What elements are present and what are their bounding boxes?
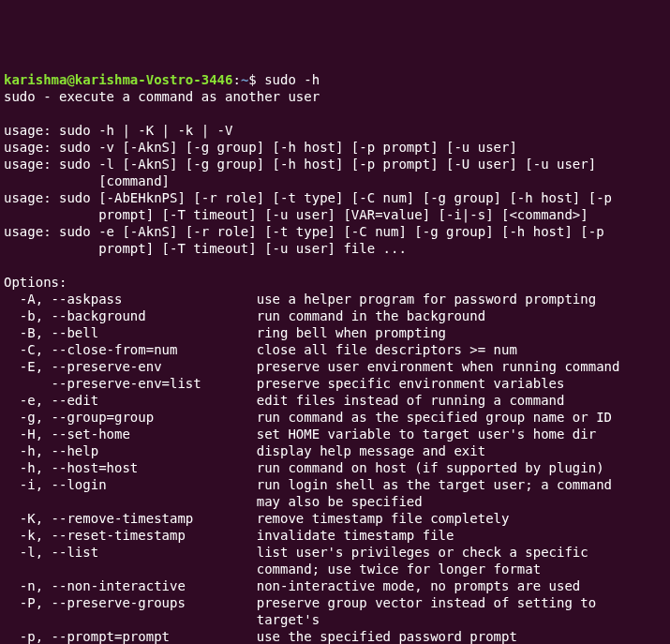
usage-line: usage: sudo -h | -K | -k | -V: [4, 123, 232, 138]
option-row: -b, --background run command in the back…: [4, 308, 485, 323]
prompt-colon: :: [232, 72, 240, 87]
option-row: -A, --askpass use a helper program for p…: [4, 292, 596, 307]
option-row: -B, --bell ring bell when prompting: [4, 325, 446, 340]
usage-line-cont: prompt] [-T timeout] [-u user] file ...: [4, 241, 407, 256]
usage-line-cont: [command]: [4, 173, 170, 188]
option-row: -e, --edit edit files instead of running…: [4, 393, 564, 408]
option-row: -i, --login run login shell as the targe…: [4, 477, 612, 492]
option-row-cont: may also be specified: [4, 494, 423, 509]
option-row: -h, --host=host run command on host (if …: [4, 460, 604, 475]
option-row: -E, --preserve-env preserve user environ…: [4, 359, 619, 374]
prompt-user-host: karishma@karishma-Vostro-3446: [4, 72, 232, 87]
option-row: -H, --set-home set HOME variable to targ…: [4, 427, 596, 442]
option-row: -P, --preserve-groups preserve group vec…: [4, 595, 596, 610]
option-row: -C, --close-from=num close all file desc…: [4, 342, 517, 357]
option-row-cont: command; use twice for longer format: [4, 562, 541, 577]
option-row: -h, --help display help message and exit: [4, 443, 485, 458]
typed-command: sudo -h: [264, 72, 320, 87]
option-row: -l, --list list user's privileges or che…: [4, 545, 588, 560]
usage-line-cont: prompt] [-T timeout] [-u user] [VAR=valu…: [4, 207, 588, 222]
option-row: -p, --prompt=prompt use the specified pa…: [4, 629, 517, 644]
option-row: -K, --remove-timestamp remove timestamp …: [4, 511, 509, 526]
option-row: --preserve-env=list preserve specific en…: [4, 376, 564, 391]
option-row: -n, --non-interactive non-interactive mo…: [4, 578, 580, 593]
option-row: -g, --group=group run command as the spe…: [4, 410, 612, 425]
summary-line: sudo - execute a command as another user: [4, 89, 320, 104]
usage-line: usage: sudo [-AbEHknPS] [-r role] [-t ty…: [4, 190, 612, 205]
usage-line: usage: sudo -e [-AknS] [-r role] [-t typ…: [4, 224, 604, 239]
options-header: Options:: [4, 275, 67, 290]
terminal-prompt-line[interactable]: karishma@karishma-Vostro-3446:~$ sudo -h: [4, 72, 320, 87]
usage-line: usage: sudo -l [-AknS] [-g group] [-h ho…: [4, 157, 596, 172]
option-row-cont: target's: [4, 612, 320, 627]
option-row: -k, --reset-timestamp invalidate timesta…: [4, 528, 454, 543]
usage-line: usage: sudo -v [-AknS] [-g group] [-h ho…: [4, 140, 517, 155]
prompt-dollar: $: [248, 72, 264, 87]
